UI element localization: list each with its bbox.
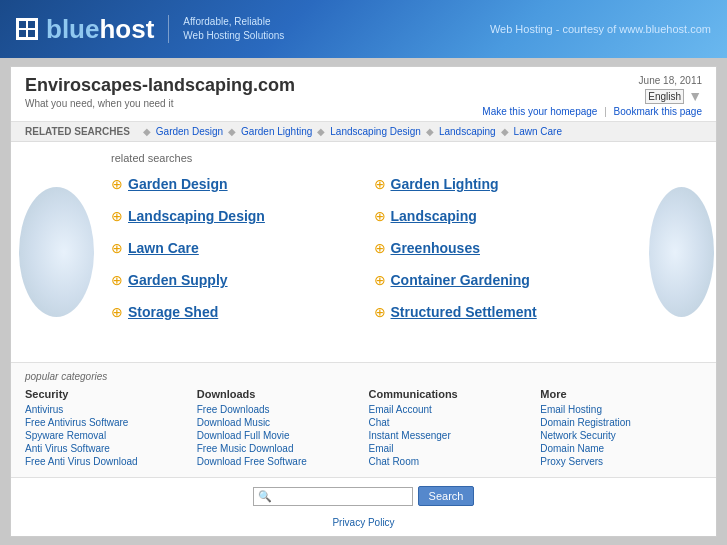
link-garden-design[interactable]: Garden Design: [128, 176, 228, 192]
top-links: Make this your homepage | Bookmark this …: [482, 106, 702, 117]
left-circle-shape: [19, 187, 94, 317]
svg-rect-2: [19, 30, 26, 37]
link-item-storage-shed: ⊕ Storage Shed: [111, 304, 374, 320]
header: bluehost Affordable, Reliable Web Hostin…: [0, 0, 727, 58]
link-icon-7: ⊕: [374, 241, 386, 255]
link-icon-9: ⊕: [374, 305, 386, 319]
content-top: Enviroscapes-landscaping.com What you ne…: [11, 67, 716, 122]
related-bar-item-3[interactable]: Landscaping: [439, 126, 496, 137]
cat-col-security: Security Antivirus Free Antivirus Softwa…: [25, 388, 187, 469]
site-title: Enviroscapes-landscaping.com: [25, 75, 295, 96]
logo-icon: [16, 18, 38, 40]
bookmark-link[interactable]: Bookmark this page: [614, 106, 702, 117]
related-bar-item-4[interactable]: Lawn Care: [514, 126, 562, 137]
right-circle: [646, 152, 716, 352]
top-right: June 18, 2011 English ▼ Make this your h…: [482, 75, 702, 117]
link-greenhouses[interactable]: Greenhouses: [391, 240, 480, 256]
lang-arrow[interactable]: ▼: [688, 88, 702, 104]
date-display: June 18, 2011: [482, 75, 702, 86]
cat-heading-comms: Communications: [369, 388, 531, 400]
svg-rect-3: [28, 30, 35, 37]
search-button[interactable]: Search: [418, 486, 475, 506]
link-item-landscaping-design: ⊕ Landscaping Design: [111, 208, 374, 224]
link-item-structured-settlement: ⊕ Structured Settlement: [374, 304, 637, 320]
privacy-policy-link[interactable]: Privacy Policy: [332, 517, 394, 528]
logo-area: bluehost: [16, 14, 154, 45]
site-subtitle: What you need, when you need it: [25, 98, 295, 109]
site-info: Enviroscapes-landscaping.com What you ne…: [25, 75, 295, 109]
search-input[interactable]: [275, 490, 405, 502]
link-item-lawn-care: ⊕ Lawn Care: [111, 240, 374, 256]
link-item-container-gardening: ⊕ Container Gardening: [374, 272, 637, 288]
cat-link-chat[interactable]: Chat: [369, 417, 531, 428]
cat-link-spyware[interactable]: Spyware Removal: [25, 430, 187, 441]
cat-link-dl-software[interactable]: Download Free Software: [197, 456, 359, 467]
search-bar-bottom: 🔍 Search: [11, 477, 716, 512]
svg-rect-1: [28, 21, 35, 28]
cat-link-free-music[interactable]: Free Music Download: [197, 443, 359, 454]
link-icon-8: ⊕: [374, 273, 386, 287]
link-icon-3: ⊕: [111, 273, 123, 287]
cat-link-free-anti[interactable]: Free Anti Virus Download: [25, 456, 187, 467]
link-item-garden-design: ⊕ Garden Design: [111, 176, 374, 192]
link-garden-supply[interactable]: Garden Supply: [128, 272, 228, 288]
homepage-link[interactable]: Make this your homepage: [482, 106, 597, 117]
link-icon-0: ⊕: [111, 177, 123, 191]
search-input-wrap: 🔍: [253, 487, 413, 506]
link-icon-4: ⊕: [111, 305, 123, 319]
link-landscaping[interactable]: Landscaping: [391, 208, 477, 224]
link-icon-5: ⊕: [374, 177, 386, 191]
cat-col-more: More Email Hosting Domain Registration N…: [540, 388, 702, 469]
cat-link-email[interactable]: Email: [369, 443, 531, 454]
link-lawn-care[interactable]: Lawn Care: [128, 240, 199, 256]
related-bar-items: ◆ Garden Design ◆ Garden Lighting ◆ Land…: [138, 126, 562, 137]
cat-link-dl-music[interactable]: Download Music: [197, 417, 359, 428]
cat-link-antivirus[interactable]: Antivirus: [25, 404, 187, 415]
cat-link-domain-name[interactable]: Domain Name: [540, 443, 702, 454]
related-bar-item-1[interactable]: Garden Lighting: [241, 126, 312, 137]
links-grid: ⊕ Garden Design ⊕ Landscaping Design ⊕ L…: [111, 176, 636, 336]
cat-link-email-account[interactable]: Email Account: [369, 404, 531, 415]
link-item-landscaping: ⊕ Landscaping: [374, 208, 637, 224]
link-item-garden-lighting: ⊕ Garden Lighting: [374, 176, 637, 192]
links-right-col: ⊕ Garden Lighting ⊕ Landscaping ⊕ Greenh…: [374, 176, 637, 336]
related-bar-item-0[interactable]: Garden Design: [156, 126, 223, 137]
link-icon-1: ⊕: [111, 209, 123, 223]
cat-link-anti-virus[interactable]: Anti Virus Software: [25, 443, 187, 454]
cat-link-free-downloads[interactable]: Free Downloads: [197, 404, 359, 415]
cat-heading-security: Security: [25, 388, 187, 400]
link-storage-shed[interactable]: Storage Shed: [128, 304, 218, 320]
cat-link-email-hosting[interactable]: Email Hosting: [540, 404, 702, 415]
cat-link-network-sec[interactable]: Network Security: [540, 430, 702, 441]
related-searches-title: related searches: [111, 152, 636, 164]
cat-link-free-av[interactable]: Free Antivirus Software: [25, 417, 187, 428]
cat-link-instant-msg[interactable]: Instant Messenger: [369, 430, 531, 441]
svg-rect-0: [19, 21, 26, 28]
related-bar-item-2[interactable]: Landscaping Design: [330, 126, 421, 137]
link-landscaping-design[interactable]: Landscaping Design: [128, 208, 265, 224]
related-bar: RELATED SEARCHES ◆ Garden Design ◆ Garde…: [11, 122, 716, 142]
cat-link-proxy[interactable]: Proxy Servers: [540, 456, 702, 467]
link-garden-lighting[interactable]: Garden Lighting: [391, 176, 499, 192]
links-left-col: ⊕ Garden Design ⊕ Landscaping Design ⊕ L…: [111, 176, 374, 336]
related-label: RELATED SEARCHES: [25, 126, 130, 137]
cat-link-dl-movie[interactable]: Download Full Movie: [197, 430, 359, 441]
popular-title: popular categories: [25, 371, 702, 382]
link-icon-6: ⊕: [374, 209, 386, 223]
header-tagline: Affordable, Reliable Web Hosting Solutio…: [168, 15, 284, 43]
cat-heading-more: More: [540, 388, 702, 400]
search-links: related searches ⊕ Garden Design ⊕ Lands…: [101, 152, 646, 352]
search-icon: 🔍: [258, 490, 272, 503]
link-structured-settlement[interactable]: Structured Settlement: [391, 304, 537, 320]
popular-section: popular categories Security Antivirus Fr…: [11, 362, 716, 477]
left-circle: [11, 152, 101, 352]
link-container-gardening[interactable]: Container Gardening: [391, 272, 530, 288]
language-select[interactable]: English: [645, 89, 684, 104]
header-right-text: Web Hosting - courtesy of www.bluehost.c…: [490, 23, 711, 35]
cat-col-communications: Communications Email Account Chat Instan…: [369, 388, 531, 469]
privacy-link-area: Privacy Policy: [11, 512, 716, 534]
cat-link-domain-reg[interactable]: Domain Registration: [540, 417, 702, 428]
cat-link-chat-room[interactable]: Chat Room: [369, 456, 531, 467]
link-icon-2: ⊕: [111, 241, 123, 255]
cat-heading-downloads: Downloads: [197, 388, 359, 400]
